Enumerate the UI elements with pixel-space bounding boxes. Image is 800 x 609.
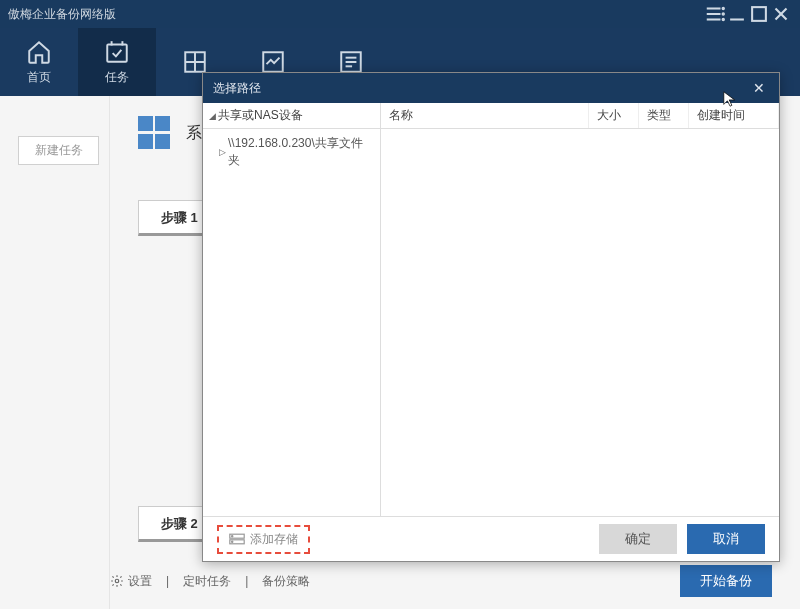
windows-logo-icon [138, 116, 172, 150]
new-task-button[interactable]: 新建任务 [18, 136, 99, 165]
triangle-right-icon: ▷ [219, 147, 226, 157]
dialog-body: ◢ 共享或NAS设备 ▷ \\192.168.0.230\共享文件夹 名称 大小… [203, 103, 779, 517]
col-size[interactable]: 大小 [589, 103, 639, 128]
svg-point-5 [723, 19, 724, 20]
tree-item-share[interactable]: ▷ \\192.168.0.230\共享文件夹 [203, 129, 380, 175]
toolbar-tasks[interactable]: 任务 [78, 28, 156, 96]
maximize-icon[interactable] [748, 3, 770, 25]
storage-icon [229, 532, 245, 546]
close-window-icon[interactable] [770, 3, 792, 25]
col-name[interactable]: 名称 [381, 103, 589, 128]
cancel-button[interactable]: 取消 [687, 524, 765, 554]
svg-point-21 [115, 579, 119, 583]
divider: | [166, 574, 169, 588]
svg-point-3 [723, 8, 724, 9]
gear-icon [110, 574, 124, 588]
bottom-bar: 设置 | 定时任务 | 备份策略 开始备份 [110, 565, 772, 597]
dialog-close-icon[interactable]: ✕ [749, 78, 769, 98]
home-icon [26, 39, 52, 65]
toolbar-home[interactable]: 首页 [0, 28, 78, 96]
dialog-footer: 添加存储 确定 取消 [203, 517, 779, 561]
dialog-title: 选择路径 [213, 80, 749, 97]
left-sidebar: 新建任务 [0, 96, 110, 609]
calendar-check-icon [104, 39, 130, 65]
svg-point-25 [232, 541, 233, 542]
menu-list-icon[interactable] [704, 3, 726, 25]
tree-root[interactable]: ◢ 共享或NAS设备 [203, 103, 380, 129]
svg-rect-7 [752, 7, 766, 21]
col-time[interactable]: 创建时间 [689, 103, 779, 128]
minimize-icon[interactable] [726, 3, 748, 25]
file-list-panel: 名称 大小 类型 创建时间 [381, 103, 779, 516]
ok-button[interactable]: 确定 [599, 524, 677, 554]
svg-point-4 [723, 13, 724, 14]
tree-panel: ◢ 共享或NAS设备 ▷ \\192.168.0.230\共享文件夹 [203, 103, 381, 516]
divider: | [245, 574, 248, 588]
svg-point-24 [232, 536, 233, 537]
triangle-down-icon: ◢ [209, 111, 216, 121]
settings-link[interactable]: 设置 [110, 573, 152, 590]
system-label: 系 [186, 123, 202, 144]
policy-link[interactable]: 备份策略 [262, 573, 310, 590]
dialog-titlebar: 选择路径 ✕ [203, 73, 779, 103]
start-backup-button[interactable]: 开始备份 [680, 565, 772, 597]
col-type[interactable]: 类型 [639, 103, 689, 128]
schedule-link[interactable]: 定时任务 [183, 573, 231, 590]
add-storage-button[interactable]: 添加存储 [217, 525, 310, 554]
window-titlebar: 傲梅企业备份网络版 [0, 0, 800, 28]
select-path-dialog: 选择路径 ✕ ◢ 共享或NAS设备 ▷ \\192.168.0.230\共享文件… [202, 72, 780, 562]
file-list-header: 名称 大小 类型 创建时间 [381, 103, 779, 129]
window-title: 傲梅企业备份网络版 [8, 6, 704, 23]
svg-rect-10 [107, 44, 127, 61]
